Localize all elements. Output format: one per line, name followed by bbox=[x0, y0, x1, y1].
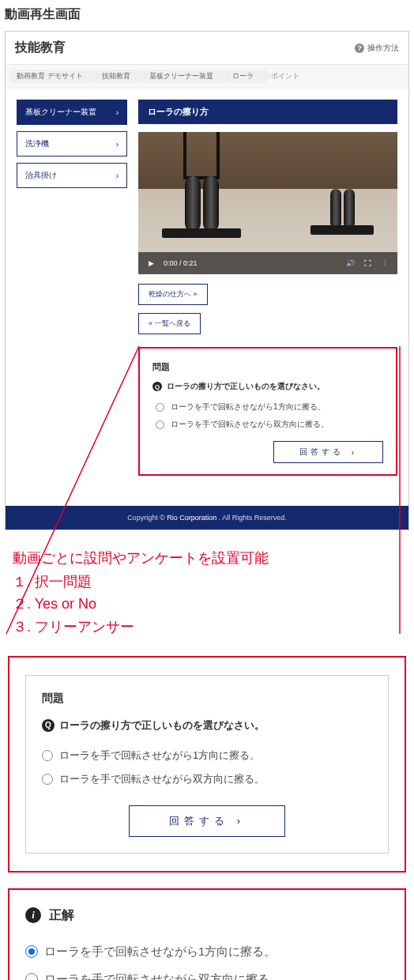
answer-button[interactable]: 回答する › bbox=[129, 805, 285, 837]
app-header: 技能教育 ? 操作方法 bbox=[6, 32, 408, 65]
help-label: 操作方法 bbox=[367, 43, 399, 54]
radio-icon bbox=[156, 420, 164, 429]
next-button[interactable]: 乾燥の仕方へ » bbox=[138, 284, 208, 305]
main-content: ローラの擦り方 ▶ 0:00 / 0:21 🔊 ⛶ ⋮ bbox=[138, 100, 397, 476]
quiz-option-label: ローラを手で回転させながら双方向に擦る。 bbox=[59, 772, 265, 786]
sidebar-item-label: 基板クリーナー装置 bbox=[25, 107, 96, 118]
breadcrumb-item[interactable]: 動画教育 デモサイト bbox=[10, 70, 94, 83]
video-time: 0:00 / 0:21 bbox=[164, 259, 198, 267]
sidebar-item-cleaner[interactable]: 基板クリーナー装置 › bbox=[17, 100, 127, 125]
radio-icon bbox=[156, 403, 164, 412]
page-title: 動画再生画面 bbox=[0, 0, 414, 31]
chevron-right-icon: › bbox=[237, 815, 245, 827]
quiz-prompt: Q ローラの擦り方で正しいものを選びなさい。 bbox=[42, 718, 372, 733]
bullet-icon: Q bbox=[42, 719, 55, 732]
quiz-prompt-text: ローラの擦り方で正しいものを選びなさい。 bbox=[59, 718, 265, 733]
radio-icon bbox=[42, 750, 53, 761]
radio-icon bbox=[42, 774, 53, 785]
sidebar-item-jig[interactable]: 治具掛け › bbox=[17, 163, 127, 188]
quiz-title: 問題 bbox=[42, 692, 372, 706]
chevron-right-icon: › bbox=[116, 172, 119, 180]
breadcrumb-item[interactable]: 基板クリーナー装置 bbox=[141, 70, 224, 83]
help-link[interactable]: ? 操作方法 bbox=[355, 43, 399, 54]
footer-suffix: . All Rights Reserved. bbox=[219, 514, 287, 522]
radio-icon bbox=[25, 945, 38, 958]
bullet-icon: Q bbox=[152, 382, 162, 391]
more-icon[interactable]: ⋮ bbox=[380, 258, 390, 268]
quiz-option[interactable]: ローラを手で回転させながら1方向に擦る。 bbox=[152, 398, 383, 416]
info-icon: i bbox=[25, 907, 41, 923]
app-frame: 技能教育 ? 操作方法 動画教育 デモサイト 技能教育 基板クリーナー装置 ロー… bbox=[5, 31, 409, 530]
fullscreen-icon[interactable]: ⛶ bbox=[363, 258, 372, 268]
footer: Copyright © Rio Corporation . All Rights… bbox=[6, 506, 408, 530]
quiz-prompt: Q ローラの擦り方で正しいものを選びなさい。 bbox=[152, 381, 383, 392]
breadcrumb-item[interactable]: 技能教育 bbox=[94, 70, 141, 83]
back-button[interactable]: « 一覧へ戻る bbox=[138, 313, 201, 334]
quiz-option-label: ローラを手で回転させながら1方向に擦る。 bbox=[59, 748, 260, 763]
sidebar-item-label: 治具掛け bbox=[25, 170, 57, 181]
annotation-block: 動画ごとに設問やアンケートを設置可能 １. 択一問題 ２. Yes or No … bbox=[0, 530, 414, 650]
video-controls: ▶ 0:00 / 0:21 🔊 ⛶ ⋮ bbox=[138, 252, 397, 274]
answer-button-label: 回答する bbox=[169, 814, 229, 828]
sidebar-item-label: 洗浄機 bbox=[25, 138, 49, 149]
quiz-option-label: ローラを手で回転させながら1方向に擦る。 bbox=[171, 401, 326, 413]
answer-option-label: ローラを手で回転させながら1方向に擦る。 bbox=[44, 944, 276, 959]
volume-icon[interactable]: 🔊 bbox=[345, 258, 355, 268]
sidebar-item-washer[interactable]: 洗浄機 › bbox=[17, 131, 127, 156]
play-icon[interactable]: ▶ bbox=[146, 258, 156, 268]
answer-option[interactable]: ローラを手で回転させながら双方向に擦る。 bbox=[25, 966, 389, 980]
chevron-right-icon: › bbox=[116, 140, 119, 149]
breadcrumb: 動画教育 デモサイト 技能教育 基板クリーナー装置 ローラ ポイント bbox=[6, 65, 408, 89]
radio-icon bbox=[25, 973, 38, 980]
correct-heading: i 正解 bbox=[25, 907, 389, 924]
answer-option[interactable]: ローラを手で回転させながら1方向に擦る。 bbox=[25, 938, 389, 966]
quiz-option[interactable]: ローラを手で回転させながら双方向に擦る。 bbox=[152, 416, 383, 433]
quiz-prompt-text: ローラの擦り方で正しいものを選びなさい。 bbox=[167, 381, 325, 392]
annotation-item: ２. Yes or No bbox=[13, 593, 401, 616]
annotation-heading: 動画ごとに設問やアンケートを設置可能 bbox=[13, 546, 401, 571]
chevron-right-icon: › bbox=[116, 108, 119, 117]
app-title: 技能教育 bbox=[15, 40, 66, 56]
footer-link[interactable]: Rio Corporation bbox=[167, 514, 216, 522]
video-player[interactable]: ▶ 0:00 / 0:21 🔊 ⛶ ⋮ bbox=[138, 132, 397, 274]
annotation-item: １. 択一問題 bbox=[13, 571, 401, 594]
quiz-title: 問題 bbox=[152, 361, 383, 373]
answer-option-label: ローラを手で回転させながら双方向に擦る。 bbox=[44, 972, 281, 980]
quiz-box-inline: 問題 Q ローラの擦り方で正しいものを選びなさい。 ローラを手で回転させながら1… bbox=[138, 347, 397, 476]
annotation-item: ３. フリーアンサー bbox=[13, 616, 401, 639]
footer-prefix: Copyright © bbox=[127, 514, 167, 522]
breadcrumb-item[interactable]: ローラ bbox=[224, 70, 265, 83]
help-icon: ? bbox=[355, 43, 364, 53]
section-title: ローラの擦り方 bbox=[138, 100, 397, 124]
sidebar: 基板クリーナー装置 › 洗浄機 › 治具掛け › bbox=[17, 100, 127, 476]
video-progress[interactable] bbox=[205, 262, 337, 265]
chevron-right-icon: › bbox=[352, 448, 357, 457]
quiz-option[interactable]: ローラを手で回転させながら双方向に擦る。 bbox=[42, 767, 372, 791]
answer-box: i 正解 ローラを手で回転させながら1方向に擦る。 ローラを手で回転させながら双… bbox=[8, 888, 406, 980]
answer-button[interactable]: 回答する › bbox=[273, 441, 383, 463]
quiz-box-enlarged: 問題 Q ローラの擦り方で正しいものを選びなさい。 ローラを手で回転させながら1… bbox=[8, 656, 406, 873]
next-button-label: 乾燥の仕方へ » bbox=[149, 289, 198, 300]
breadcrumb-current: ポイント bbox=[265, 70, 306, 83]
quiz-option-label: ローラを手で回転させながら双方向に擦る。 bbox=[171, 419, 329, 430]
quiz-option[interactable]: ローラを手で回転させながら1方向に擦る。 bbox=[42, 744, 372, 767]
back-button-label: « 一覧へ戻る bbox=[149, 318, 190, 329]
answer-button-label: 回答する bbox=[299, 447, 344, 458]
correct-title: 正解 bbox=[49, 907, 74, 924]
